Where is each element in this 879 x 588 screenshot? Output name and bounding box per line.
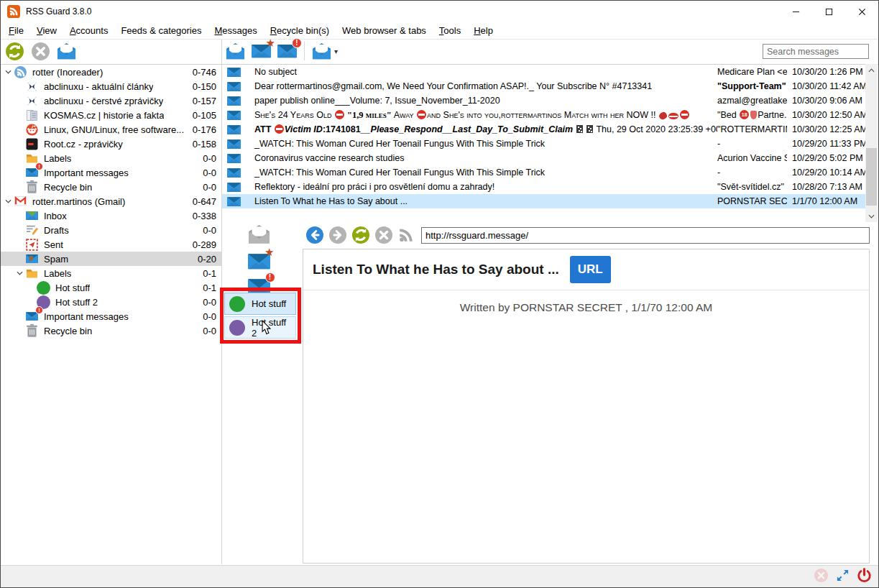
menu-view[interactable]: View — [30, 23, 63, 38]
feed-item-important-messages[interactable]: !Important messages0-0 — [1, 309, 221, 323]
message-row[interactable]: _WATCH: This Woman Cured Her Toenail Fun… — [222, 165, 866, 180]
message-row[interactable]: ATT Victim ID:1741081__Please_Respond__L… — [222, 122, 866, 137]
message-toolbar: ★!▾ — [226, 40, 338, 62]
refresh-icon — [5, 42, 24, 61]
feed-item-rotter-inoreader[interactable]: rotter (Inoreader)0-746 — [1, 65, 221, 79]
feed-item-important-messages[interactable]: !Important messages0-0 — [1, 165, 221, 180]
label-color-icon — [229, 320, 245, 336]
back-button[interactable] — [305, 226, 324, 244]
feed-item-labels[interactable]: Labels0-1 — [1, 266, 221, 280]
feed-label: Spam — [44, 254, 68, 265]
update-all-feeds-button[interactable] — [5, 40, 24, 62]
menu-messages[interactable]: Messages — [208, 23, 263, 38]
message-row[interactable]: paper publish online___Volume: 7, Issue_… — [222, 93, 866, 108]
alert-badge-icon: ! — [265, 272, 275, 282]
stop-update-button[interactable] — [31, 40, 50, 62]
unread-count: 0-0 — [203, 153, 216, 164]
message-row[interactable]: No subjectMedicare Plan <e...10/30/20 1:… — [222, 65, 866, 79]
expand-icon — [835, 568, 850, 583]
stop-button[interactable] — [374, 226, 393, 244]
unread-count: 0-150 — [193, 81, 216, 92]
mark-selected-alert-button[interactable]: ! — [277, 40, 297, 62]
forward-button[interactable] — [328, 226, 347, 244]
article-url-button[interactable]: URL — [570, 256, 611, 283]
message-row[interactable]: She's 24 Years Old "1,9 miles" Away and … — [222, 108, 866, 122]
feed-item-linux-gnu-linux-free-software[interactable]: Linux, GNU/Linux, free software...0-176 — [1, 122, 221, 137]
chevron-down-icon[interactable] — [3, 199, 13, 203]
message-row[interactable]: Coronavirus vaccine research studiesAcur… — [222, 151, 866, 165]
feed-item-abclinuxu-aktu-ln-l-nky[interactable]: abclinuxu - aktuální články0-150 — [1, 79, 221, 93]
feed-label: Root.cz - zprávičky — [44, 139, 123, 150]
chevron-down-icon[interactable] — [3, 70, 13, 74]
feed-item-recycle-bin[interactable]: Recycle bin0-0 — [1, 180, 221, 194]
menu-help[interactable]: Help — [467, 23, 500, 38]
feed-label: Drafts — [44, 225, 69, 236]
feed-item-abclinuxu-erstv-zpr-vi-ky[interactable]: abclinuxu - čerstvé zprávičky0-157 — [1, 93, 221, 108]
feed-item-spam[interactable]: Spam0-20 — [1, 252, 221, 266]
message-list-scrollbar[interactable] — [865, 64, 878, 222]
unread-count: 0-0 — [203, 225, 216, 236]
message-date: 10/30/20 12:25 AM — [787, 124, 866, 134]
feed-item-recycle-bin[interactable]: Recycle bin0-0 — [1, 323, 221, 338]
noentry-emoji — [275, 124, 284, 134]
feed-item-hot-stuff[interactable]: Hot stuff0-1 — [1, 280, 221, 295]
message-sender: PORNSTAR SECR... — [717, 196, 787, 206]
toggle-read-button[interactable] — [248, 224, 270, 247]
article-byline: Written by PORNSTAR SECRET , 1/1/70 12:0… — [303, 301, 869, 314]
feed-item-labels[interactable]: Labels0-0 — [1, 151, 221, 165]
message-sender: - — [717, 167, 787, 178]
mark-selected-read-button[interactable] — [226, 40, 245, 62]
minimize-button[interactable] — [779, 1, 812, 22]
quit-button[interactable] — [857, 568, 872, 586]
menu-tools[interactable]: Tools — [433, 23, 467, 38]
message-row[interactable]: _WATCH: This Woman Cured Her Toenail Fun… — [222, 137, 866, 151]
alert-badge-icon: ! — [35, 162, 43, 170]
scroll-down-icon[interactable] — [865, 211, 878, 221]
menu-recycle-bin-s[interactable]: Recycle bin(s) — [264, 23, 336, 38]
feed-item-sent[interactable]: Sent0-289 — [1, 237, 221, 252]
unread-count: 0-20 — [198, 254, 216, 265]
chevron-down-icon[interactable] — [14, 271, 24, 275]
mail-closed-icon — [222, 110, 244, 121]
feed-item-drafts[interactable]: Drafts0-0 — [1, 223, 221, 237]
toggle-important-button[interactable]: ★ — [248, 252, 270, 272]
feed-item-inbox[interactable]: Inbox0-338 — [1, 208, 221, 223]
label-name: Hot stuff — [252, 298, 286, 309]
label-option-hot-stuff-2[interactable]: Hot stuff 2 — [224, 316, 296, 339]
lips-emoji — [668, 113, 678, 119]
scroll-up-icon[interactable] — [865, 65, 878, 75]
feed-item-hot-stuff-2[interactable]: Hot stuff 20-0 — [1, 295, 221, 309]
fullscreen-button[interactable] — [835, 568, 850, 586]
menu-web-browser-tabs[interactable]: Web browser & tabs — [336, 23, 433, 38]
mark-all-read-button[interactable] — [57, 40, 76, 62]
spam-icon — [24, 252, 40, 265]
mark-read-menu-button[interactable]: ▾ — [312, 40, 338, 62]
close-button[interactable] — [845, 1, 878, 22]
unread-count: 0-158 — [193, 139, 216, 150]
reload-button[interactable] — [351, 226, 370, 244]
article-view: Listen To What he Has to Say about ... U… — [303, 249, 870, 564]
menu-feeds-categories[interactable]: Feeds & categories — [114, 23, 208, 38]
message-row[interactable]: Dear rottermartinos@gmail.com, We Need Y… — [222, 79, 866, 93]
label-option-hot-stuff[interactable]: Hot stuff — [224, 293, 296, 315]
cancel-task-button[interactable] — [814, 568, 829, 586]
trash-icon — [24, 180, 40, 193]
search-input[interactable] — [763, 44, 869, 59]
feed-item-rotter-martinos-gmail[interactable]: rotter.martinos (Gmail)0-647 — [1, 194, 221, 208]
menu-accounts[interactable]: Accounts — [63, 23, 114, 38]
mark-selected-important-button[interactable]: ★ — [252, 40, 271, 62]
message-row[interactable]: Listen To What he Has to Say about ...PO… — [222, 194, 866, 208]
url-input[interactable] — [421, 227, 870, 244]
maximize-button[interactable] — [812, 1, 845, 22]
feed-item-root-cz-zpr-vi-ky[interactable]: Root.cz - zprávičky0-158 — [1, 137, 221, 151]
scrollbar-thumb[interactable] — [866, 148, 877, 206]
message-row[interactable]: Reflektory - ideální pro práci i pro osv… — [222, 180, 866, 194]
reddit-icon — [24, 123, 40, 136]
menu-bar: FileViewAccountsFeeds & categoriesMessag… — [2, 22, 878, 39]
kosmas-icon — [24, 109, 40, 121]
rss-feed-icon — [397, 226, 415, 244]
close-icon — [858, 8, 866, 16]
message-date: 10/29/20 11:33 PM — [787, 139, 866, 149]
menu-file[interactable]: File — [2, 23, 30, 38]
feed-item-kosmas-cz-historie-a-fakta[interactable]: KOSMAS.cz | historie a fakta0-105 — [1, 108, 221, 122]
